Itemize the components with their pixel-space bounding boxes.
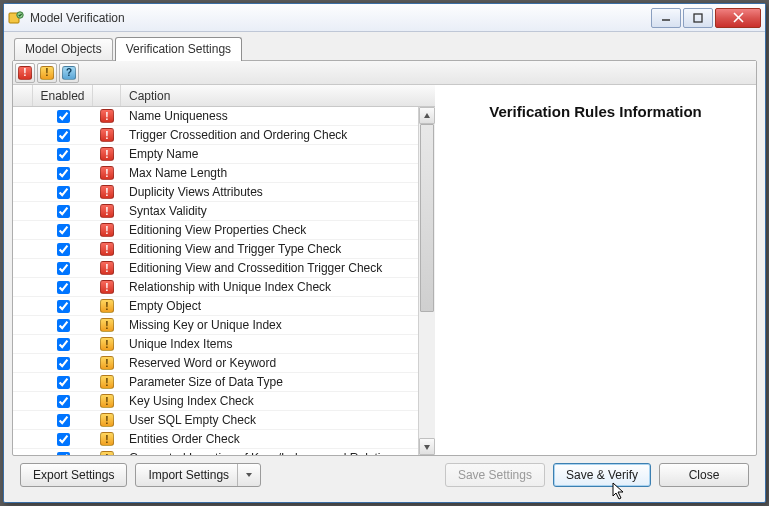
rule-caption: Reserved Word or Keyword (121, 356, 418, 370)
warning-icon: ! (100, 337, 114, 351)
table-row[interactable]: !Duplicity Views Attributes (13, 183, 418, 202)
table-row[interactable]: !User SQL Empty Check (13, 411, 418, 430)
export-settings-button[interactable]: Export Settings (20, 463, 127, 487)
warning-icon: ! (100, 413, 114, 427)
rule-enabled-checkbox[interactable] (57, 319, 70, 332)
rule-enabled-checkbox[interactable] (57, 414, 70, 427)
rule-enabled-checkbox[interactable] (57, 186, 70, 199)
titlebar: Model Verification (4, 4, 765, 32)
window-controls (649, 8, 761, 28)
rule-caption: Duplicity Views Attributes (121, 185, 418, 199)
svg-marker-7 (424, 445, 430, 450)
table-row[interactable]: !Relationship with Unique Index Check (13, 278, 418, 297)
table-row[interactable]: !Editioning View and Trigger Type Check (13, 240, 418, 259)
rule-enabled-checkbox[interactable] (57, 433, 70, 446)
column-caption[interactable]: Caption (121, 85, 435, 106)
close-button[interactable]: Close (659, 463, 749, 487)
tab-strip: Model Objects Verification Settings (14, 38, 757, 60)
rule-caption: Unique Index Items (121, 337, 418, 351)
error-icon: ! (100, 204, 114, 218)
error-icon: ! (100, 261, 114, 275)
model-verification-window: Model Verification Model Objects Verific… (3, 3, 766, 503)
warning-icon: ! (40, 66, 54, 80)
import-settings-label: Import Settings (148, 468, 229, 482)
rule-info-panel: Verification Rules Information (435, 85, 756, 455)
table-row[interactable]: !Trigger Crossedition and Ordering Check (13, 126, 418, 145)
app-icon (8, 10, 24, 26)
rule-enabled-checkbox[interactable] (57, 395, 70, 408)
save-settings-button[interactable]: Save Settings (445, 463, 545, 487)
column-enabled[interactable]: Enabled (33, 85, 93, 106)
scroll-up-button[interactable] (419, 107, 435, 124)
table-row[interactable]: !Reserved Word or Keyword (13, 354, 418, 373)
table-row[interactable]: !Missing Key or Unique Index (13, 316, 418, 335)
scroll-thumb[interactable] (420, 124, 434, 312)
rule-enabled-checkbox[interactable] (57, 338, 70, 351)
dialog-footer: Export Settings Import Settings Save Set… (12, 456, 757, 494)
table-row[interactable]: !Max Name Length (13, 164, 418, 183)
verification-settings-panel: ! ! ? Enabled Caption (12, 60, 757, 456)
grid-header: Enabled Caption (13, 85, 435, 107)
save-and-verify-button[interactable]: Save & Verify (553, 463, 651, 487)
rule-enabled-checkbox[interactable] (57, 300, 70, 313)
svg-marker-6 (424, 113, 430, 118)
rule-caption: Editioning View and Crossedition Trigger… (121, 261, 418, 275)
table-row[interactable]: !Empty Object (13, 297, 418, 316)
error-icon: ! (100, 223, 114, 237)
warning-icon: ! (100, 432, 114, 446)
rule-caption: Max Name Length (121, 166, 418, 180)
table-row[interactable]: !Name Uniqueness (13, 107, 418, 126)
warning-icon: ! (100, 299, 114, 313)
rule-caption: Parameter Size of Data Type (121, 375, 418, 389)
grid-vertical-scrollbar[interactable] (418, 107, 435, 455)
table-row[interactable]: !Editioning View and Crossedition Trigge… (13, 259, 418, 278)
filter-info-button[interactable]: ? (59, 63, 79, 83)
table-row[interactable]: !Key Using Index Check (13, 392, 418, 411)
warning-icon: ! (100, 318, 114, 332)
rule-caption: Editioning View and Trigger Type Check (121, 242, 418, 256)
rule-enabled-checkbox[interactable] (57, 110, 70, 123)
import-settings-button[interactable]: Import Settings (135, 463, 261, 487)
rule-enabled-checkbox[interactable] (57, 243, 70, 256)
rules-grid: Enabled Caption !Name Uniqueness!Trigger… (13, 85, 435, 455)
rule-caption: Key Using Index Check (121, 394, 418, 408)
rule-enabled-checkbox[interactable] (57, 148, 70, 161)
rule-enabled-checkbox[interactable] (57, 281, 70, 294)
scroll-track[interactable] (419, 124, 435, 438)
table-row[interactable]: !Empty Name (13, 145, 418, 164)
filter-errors-button[interactable]: ! (15, 63, 35, 83)
warning-icon: ! (100, 356, 114, 370)
minimize-button[interactable] (651, 8, 681, 28)
table-row[interactable]: !Generated Location of Keys/Indexes and … (13, 449, 418, 455)
table-row[interactable]: !Parameter Size of Data Type (13, 373, 418, 392)
rule-caption: Name Uniqueness (121, 109, 418, 123)
warning-icon: ! (100, 375, 114, 389)
table-row[interactable]: !Editioning View Properties Check (13, 221, 418, 240)
table-row[interactable]: !Unique Index Items (13, 335, 418, 354)
error-icon: ! (100, 128, 114, 142)
rule-caption: Empty Name (121, 147, 418, 161)
rule-enabled-checkbox[interactable] (57, 262, 70, 275)
tab-model-objects[interactable]: Model Objects (14, 38, 113, 60)
close-window-button[interactable] (715, 8, 761, 28)
rule-enabled-checkbox[interactable] (57, 376, 70, 389)
warning-icon: ! (100, 451, 114, 455)
rule-caption: Entities Order Check (121, 432, 418, 446)
tab-verification-settings[interactable]: Verification Settings (115, 37, 242, 61)
filter-warnings-button[interactable]: ! (37, 63, 57, 83)
rule-enabled-checkbox[interactable] (57, 452, 70, 456)
rule-caption: Trigger Crossedition and Ordering Check (121, 128, 418, 142)
rule-enabled-checkbox[interactable] (57, 357, 70, 370)
rule-enabled-checkbox[interactable] (57, 167, 70, 180)
table-row[interactable]: !Syntax Validity (13, 202, 418, 221)
chevron-down-icon (245, 471, 253, 479)
table-row[interactable]: !Entities Order Check (13, 430, 418, 449)
error-icon: ! (100, 166, 114, 180)
import-settings-dropdown[interactable] (242, 471, 256, 479)
rule-enabled-checkbox[interactable] (57, 129, 70, 142)
rule-enabled-checkbox[interactable] (57, 224, 70, 237)
scroll-down-button[interactable] (419, 438, 435, 455)
maximize-button[interactable] (683, 8, 713, 28)
rule-enabled-checkbox[interactable] (57, 205, 70, 218)
error-icon: ! (100, 147, 114, 161)
